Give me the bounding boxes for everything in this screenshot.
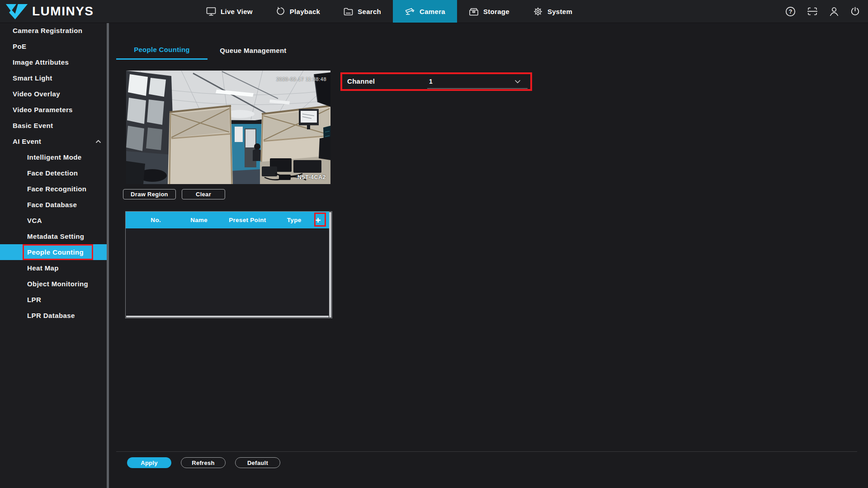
top-navbar: LUMINYS Live View Pl — [0, 0, 868, 23]
sidebar-item-label: People Counting — [27, 248, 84, 256]
sidebar-item-label: Metadata Setting — [27, 232, 84, 240]
draw-region-button[interactable]: Draw Region — [123, 189, 176, 199]
sidebar-item-image-attributes[interactable]: Image Attributes — [0, 54, 109, 70]
tab-queue-management[interactable]: Queue Management — [208, 41, 299, 60]
sidebar-item-label: LPR — [27, 296, 41, 303]
sidebar-item-basic-event[interactable]: Basic Event — [0, 118, 109, 133]
sidebar: Camera Registration PoE Image Attributes… — [0, 23, 109, 488]
sidebar-item-heat-map[interactable]: Heat Map — [0, 260, 109, 276]
clear-button[interactable]: Clear — [182, 189, 225, 199]
column-header-preset-point: Preset Point — [219, 217, 276, 223]
sidebar-item-lpr-database[interactable]: LPR Database — [0, 308, 109, 323]
playback-icon — [276, 7, 285, 16]
luminys-logo-icon — [5, 3, 28, 20]
nav-item-camera[interactable]: Camera — [393, 0, 457, 23]
sidebar-item-label: Video Parameters — [13, 106, 73, 114]
sidebar-item-label: Face Recognition — [27, 185, 86, 193]
sidebar-item-label: Face Detection — [27, 169, 78, 177]
sidebar-item-label: Image Attributes — [13, 58, 69, 66]
table-scrollbar-horizontal[interactable] — [126, 316, 329, 317]
sidebar-item-poe[interactable]: PoE — [0, 38, 109, 54]
table-scrollbar-vertical[interactable] — [329, 212, 331, 317]
main-navigation: Live View Playback Searc — [194, 0, 584, 23]
region-table-body — [126, 228, 329, 316]
preview-timestamp: 2020-02-17 11:38:48 — [276, 76, 326, 82]
sidebar-item-face-detection[interactable]: Face Detection — [0, 165, 109, 181]
sidebar-item-people-counting[interactable]: People Counting — [0, 244, 109, 260]
storage-box-icon — [469, 7, 479, 16]
sidebar-item-label: AI Event — [13, 137, 41, 145]
nav-label: Storage — [483, 8, 509, 15]
sidebar-item-metadata-setting[interactable]: Metadata Setting — [0, 228, 109, 244]
nav-item-playback[interactable]: Playback — [264, 0, 332, 23]
sidebar-item-face-database[interactable]: Face Database — [0, 197, 109, 213]
tab-people-counting[interactable]: People Counting — [116, 41, 208, 60]
sidebar-item-smart-light[interactable]: Smart Light — [0, 70, 109, 86]
sidebar-item-object-monitoring[interactable]: Object Monitoring — [0, 276, 109, 292]
user-icon[interactable] — [829, 7, 839, 16]
main-content: People Counting Queue Management — [109, 23, 868, 488]
sidebar-item-label: Basic Event — [13, 122, 53, 129]
sidebar-item-label: VCA — [27, 217, 42, 224]
sidebar-item-label: Object Monitoring — [27, 280, 88, 288]
sidebar-item-label: Face Database — [27, 201, 77, 208]
channel-value: 1 — [429, 78, 433, 85]
nav-label: Playback — [290, 8, 320, 15]
sidebar-item-ai-event[interactable]: AI Event — [0, 133, 109, 149]
sidebar-item-label: Heat Map — [27, 264, 59, 272]
column-header-type: Type — [276, 217, 313, 223]
sidebar-item-face-recognition[interactable]: Face Recognition — [0, 181, 109, 197]
apply-button[interactable]: Apply — [127, 457, 171, 468]
sidebar-item-video-parameters[interactable]: Video Parameters — [0, 102, 109, 118]
channel-row: Channel 1 — [342, 75, 528, 89]
chevron-down-icon — [514, 80, 521, 84]
refresh-button[interactable]: Refresh — [181, 457, 226, 468]
nav-label: System — [547, 8, 572, 15]
channel-label: Channel — [347, 77, 375, 85]
sidebar-item-label: LPR Database — [27, 312, 75, 319]
nav-item-system[interactable]: System — [521, 0, 584, 23]
sidebar-item-label: Video Overlay — [13, 90, 60, 98]
brand-logo[interactable]: LUMINYS — [5, 0, 94, 23]
add-region-button[interactable]: + — [313, 215, 323, 226]
nav-item-search[interactable]: Search — [332, 0, 393, 23]
content-tabs: People Counting Queue Management — [116, 41, 299, 60]
gear-icon — [533, 7, 543, 16]
camera-preview-image — [126, 71, 330, 184]
channel-select[interactable]: 1 — [427, 75, 528, 89]
nav-label: Search — [358, 8, 381, 15]
navbar-utilities: ? — [785, 0, 860, 23]
nav-item-storage[interactable]: Storage — [457, 0, 521, 23]
sidebar-item-camera-registration[interactable]: Camera Registration — [0, 23, 109, 38]
sidebar-item-lpr[interactable]: LPR — [0, 292, 109, 308]
tab-label: Queue Management — [220, 47, 286, 54]
help-icon[interactable]: ? — [785, 6, 796, 17]
power-icon[interactable] — [850, 7, 860, 16]
sidebar-item-vca[interactable]: VCA — [0, 213, 109, 228]
sidebar-item-video-overlay[interactable]: Video Overlay — [0, 86, 109, 102]
column-header-no: No. — [133, 217, 179, 223]
camera-preview[interactable]: 2020-02-17 11:38:48 N5T-4CA2 — [126, 71, 330, 184]
column-header-name: Name — [179, 217, 219, 223]
sidebar-item-label: Camera Registration — [13, 27, 82, 34]
nav-label: Camera — [420, 8, 445, 15]
face-scan-icon[interactable] — [807, 7, 818, 16]
sidebar-item-label: PoE — [13, 43, 26, 50]
brand-title: LUMINYS — [32, 4, 94, 19]
nav-item-live-view[interactable]: Live View — [194, 0, 264, 23]
monitor-icon — [206, 7, 216, 16]
svg-text:?: ? — [789, 9, 793, 15]
chevron-up-icon — [95, 140, 101, 143]
app-window: LUMINYS Live View Pl — [0, 0, 868, 488]
region-table-header: No. Name Preset Point Type + — [126, 212, 329, 228]
sidebar-item-intelligent-mode[interactable]: Intelligent Mode — [0, 149, 109, 165]
sidebar-item-label: Smart Light — [13, 74, 52, 82]
tab-label: People Counting — [134, 46, 190, 53]
nav-label: Live View — [221, 8, 253, 15]
sidebar-item-label: Intelligent Mode — [27, 153, 82, 161]
cctv-camera-icon — [405, 7, 415, 15]
preview-camera-label: N5T-4CA2 — [297, 174, 326, 180]
footer-divider — [116, 451, 857, 452]
folder-icon — [344, 7, 353, 16]
default-button[interactable]: Default — [235, 457, 280, 468]
